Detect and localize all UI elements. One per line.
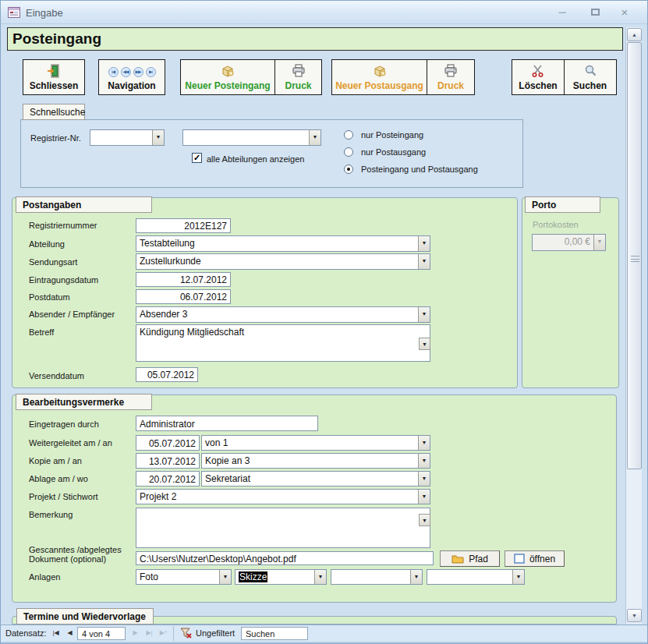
sendungsart-label: Sendungsart (29, 257, 77, 267)
abteilung-filter-combobox[interactable]: ▼ (182, 129, 321, 146)
ablage-wo-combobox[interactable]: Sekretariat ▼ (201, 471, 430, 487)
suchen-button[interactable]: Suchen (564, 60, 615, 94)
oeffnen-button[interactable]: öffnen (505, 550, 565, 567)
package-icon (372, 62, 388, 80)
betreff-field[interactable]: Kündigung Mitgliedschaft (136, 324, 430, 362)
filter-status-label[interactable]: Ungefiltert (196, 628, 235, 638)
tab-schnellsuche[interactable]: Schnellsuche (23, 104, 85, 120)
radio-nur-posteingang-label[interactable]: nur Posteingang (361, 130, 423, 140)
postausgang-button-group: Neuer Postausgang Druck (331, 59, 475, 95)
postangaben-header: Postangaben (16, 196, 152, 213)
chevron-down-icon[interactable]: ▼ (219, 570, 231, 584)
eintragungsdatum-field[interactable] (136, 272, 231, 287)
navigation-icons: |◀ ◀◀ ▶▶ ▶| (108, 67, 156, 77)
scrollbar-thumb[interactable] (627, 42, 642, 469)
betreff-label: Betreff (29, 327, 54, 337)
dokument-label: Gescanntes /abgelegtes Dokument (optiona… (29, 545, 132, 564)
kopie-datum-field[interactable] (136, 453, 200, 469)
weitergeleitet-datum-field[interactable] (136, 435, 200, 451)
portokosten-label: Portokosten (533, 220, 579, 229)
absender-empfaenger-label: Absender / Empfänger (29, 310, 115, 319)
record-next-button[interactable]: ▶ (129, 627, 142, 640)
weitergeleitet-an-combobox[interactable]: von 1 ▼ (201, 435, 430, 451)
record-last-button[interactable]: ▶| (143, 627, 156, 640)
anlage-2-combobox[interactable]: Skizze ▼ (235, 569, 327, 585)
druck-ausgang-button[interactable]: Druck (427, 60, 474, 94)
nav-last-icon: ▶| (146, 67, 156, 77)
open-document-icon (514, 554, 525, 564)
chevron-down-icon[interactable]: ▼ (418, 254, 430, 269)
chevron-down-icon[interactable]: ▼ (309, 130, 320, 145)
vertical-scrollbar[interactable]: ▲ ▼ (625, 27, 642, 624)
record-search-input[interactable]: Suchen (241, 627, 308, 640)
anlage-3-combobox[interactable]: ▼ (331, 569, 423, 585)
neuer-postausgang-button[interactable]: Neuer Postausgang (332, 60, 427, 94)
chevron-down-icon[interactable]: ▼ (410, 570, 422, 584)
schliessen-button[interactable]: Schliessen (23, 59, 85, 95)
printer-icon (292, 62, 306, 80)
alle-abteilungen-checkbox[interactable]: ✓ (192, 153, 202, 163)
radio-nur-postausgang[interactable] (344, 147, 353, 157)
abteilung-combobox[interactable]: Testabteilung ▼ (136, 235, 430, 252)
record-position[interactable]: 4 von 4 (77, 627, 126, 640)
alle-abteilungen-label: alle Abteilungen anzeigen (207, 154, 304, 164)
radio-nur-posteingang[interactable] (344, 130, 353, 140)
package-icon (220, 62, 235, 80)
absender-empfaenger-combobox[interactable]: Absender 3 ▼ (136, 306, 430, 323)
registriernummer-label: Registriernummer (29, 221, 97, 230)
checkmark-icon: ✓ (193, 153, 200, 162)
anlage-4-combobox[interactable]: ▼ (427, 569, 525, 585)
chevron-down-icon[interactable]: ▼ (418, 472, 430, 486)
close-button[interactable]: × (613, 5, 636, 19)
chevron-down-icon[interactable]: ▼ (152, 130, 164, 145)
minimize-button[interactable]: ─ (551, 5, 574, 19)
pfad-button[interactable]: Pfad (440, 550, 500, 567)
radio-posteingang-und-postausgang[interactable] (344, 165, 353, 174)
postdatum-field[interactable] (136, 289, 231, 304)
projekt-stichwort-combobox[interactable]: Projekt 2 ▼ (136, 489, 430, 504)
anlage-1-combobox[interactable]: Foto ▼ (136, 569, 232, 585)
record-first-button[interactable]: |◀ (49, 627, 62, 640)
eingetragen-durch-field[interactable] (136, 416, 318, 431)
chevron-down-icon[interactable]: ▼ (418, 307, 430, 322)
kopie-an-combobox[interactable]: Kopie an 3 ▼ (201, 453, 430, 469)
bemerkung-field[interactable] (136, 508, 430, 548)
neuer-posteingang-button[interactable]: Neuer Posteingang (181, 60, 274, 94)
filter-icon (180, 628, 192, 640)
projekt-stichwort-label: Projekt / Stichwort (29, 492, 98, 501)
chevron-down-icon[interactable]: ▼ (418, 436, 430, 450)
ablage-datum-field[interactable] (136, 471, 200, 487)
dokument-pfad-field[interactable] (136, 551, 434, 565)
chevron-down-icon[interactable]: ▼ (314, 570, 326, 584)
nav-first-icon: |◀ (108, 67, 119, 77)
versenddatum-label: Versenddatum (29, 371, 84, 380)
druck-eingang-button[interactable]: Druck (274, 60, 321, 94)
selected-text: Skizze (239, 571, 267, 582)
radio-posteingang-und-postausgang-label[interactable]: Posteingang und Postausgang (361, 165, 478, 174)
chevron-down-icon[interactable]: ▼ (512, 570, 524, 584)
loeschen-button[interactable]: Löschen (512, 60, 564, 94)
restore-button[interactable] (583, 5, 607, 19)
title-bar: Eingabe ─ × (1, 1, 648, 24)
anlagen-label: Anlagen (29, 572, 60, 582)
chevron-down-icon[interactable]: ▼ (418, 454, 430, 468)
navigation-button[interactable]: |◀ ◀◀ ▶▶ ▶| Navigation (98, 59, 165, 95)
versenddatum-field[interactable] (136, 367, 198, 382)
oeffnen-label: öffnen (529, 554, 555, 564)
betreff-dropdown-button[interactable]: ▼ (419, 338, 430, 350)
scroll-up-icon[interactable]: ▲ (627, 28, 642, 41)
record-new-button[interactable]: ▶* (157, 627, 170, 640)
bemerkung-dropdown-button[interactable]: ▼ (419, 514, 430, 526)
loeschen-label: Löschen (519, 80, 557, 91)
chevron-down-icon[interactable]: ▼ (418, 490, 430, 504)
sendungsart-combobox[interactable]: Zustellurkunde ▼ (136, 253, 430, 270)
registriernummer-field[interactable] (136, 218, 231, 233)
postdatum-label: Postdatum (29, 292, 70, 302)
registrier-nr-combobox[interactable]: ▼ (90, 129, 165, 146)
pfad-label: Pfad (469, 554, 488, 564)
record-prev-button[interactable]: ◀ (63, 627, 76, 640)
scroll-down-icon[interactable]: ▼ (627, 609, 642, 622)
chevron-down-icon[interactable]: ▼ (418, 236, 430, 251)
radio-nur-postausgang-label[interactable]: nur Postausgang (361, 147, 426, 157)
kopie-label: Kopie am / an (29, 456, 82, 465)
